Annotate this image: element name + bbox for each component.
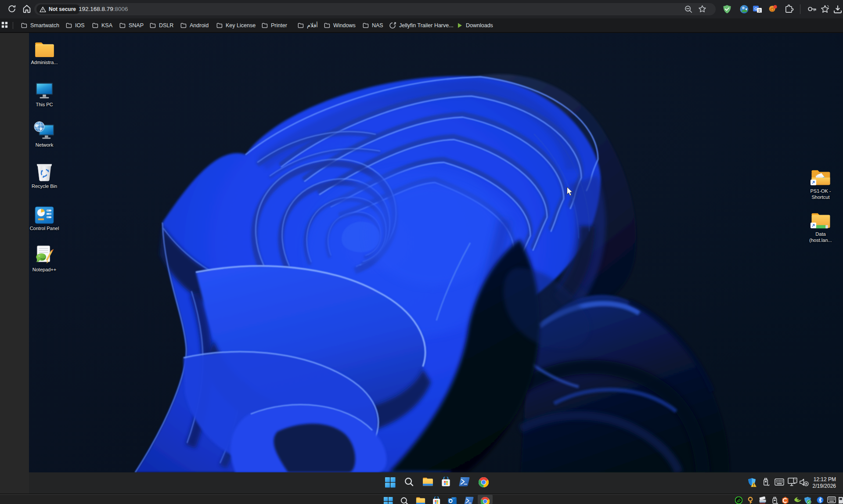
svg-text:G: G <box>754 7 757 11</box>
svg-text:文: 文 <box>757 8 761 13</box>
